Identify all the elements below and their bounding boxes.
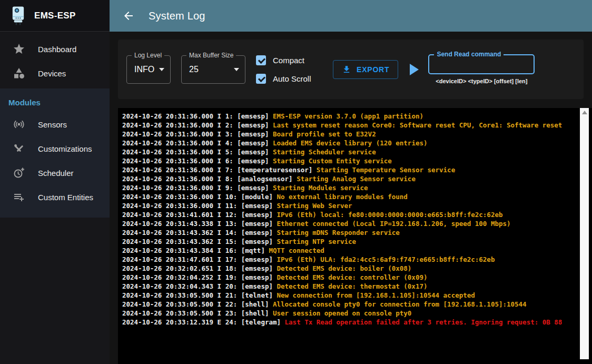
log-line: 2024-10-26 20:31:36.000 I 3: [emsesp] Bo… [122,130,592,139]
max-buffer-label: Max Buffer Size [186,52,236,59]
log-line: 2024-10-26 20:32:04.343 I 20: [emsesp] D… [122,282,592,291]
log-panel: 2024-10-26 20:31:36.000 I 1: [emsesp] EM… [118,108,592,364]
log-scrollbar[interactable] [580,108,589,359]
log-lines: 2024-10-26 20:31:36.000 I 1: [emsesp] EM… [118,108,592,327]
max-buffer-value: 25 [189,65,199,74]
log-line: 2024-10-26 20:32:04.252 I 19: [emsesp] D… [122,273,592,282]
log-line: 2024-10-26 20:33:05.500 I 21: [telnet] N… [122,291,592,300]
sidebar-item-label: Sensors [38,120,67,129]
checkbox-group: Compact Auto Scroll [256,55,325,84]
log-level-select[interactable]: Log Level INFO [126,55,171,84]
sidebar-modules-section: Modules Sensors [0,88,110,218]
page: EMS-ESP Dashboard Devices [0,0,592,364]
scroll-up-arrow-icon[interactable] [582,111,587,114]
controls-card: Log Level INFO Max Buffer Size 25 Compac… [118,40,584,99]
sidebar-item-dashboard[interactable]: Dashboard [0,37,110,61]
compact-checkbox[interactable] [256,55,266,65]
back-button[interactable] [122,9,135,22]
sidebar-item-label: Customizations [38,144,92,153]
sidebar-item-label: Scheduler [38,169,74,178]
playlist-add-icon [13,191,25,203]
sidebar-nav: Dashboard Devices Modules [0,32,110,218]
log-line: 2024-10-26 20:31:47.601 I 17: [emsesp] I… [122,255,592,264]
sidebar-item-custom-entities[interactable]: Custom Entities [0,185,110,209]
sidebar-item-customizations[interactable]: Customizations [0,136,110,161]
category-icon [13,67,25,80]
appbar: System Log [110,0,592,32]
sidebar-item-scheduler[interactable]: Scheduler [0,161,110,185]
log-line: 2024-10-26 20:31:36.000 I 4: [emsesp] Lo… [122,139,592,147]
page-title: System Log [149,10,205,22]
log-line: 2024-10-26 20:31:43.384 I 16: [mqtt] MQT… [122,246,592,255]
download-icon [342,65,351,74]
modules-section-header: Modules [0,94,110,112]
app-logo-area: EMS-ESP [0,0,110,32]
log-line: 2024-10-26 20:33:05.500 I 22: [shell] Al… [122,300,592,309]
log-level-label: Log Level [132,52,164,59]
send-read-label: Send Read command [434,51,504,58]
log-line: 2024-10-26 20:31:36.000 I 1: [emsesp] EM… [122,112,592,121]
boiler-logo-icon [9,5,27,26]
auto-scroll-checkbox[interactable] [256,74,266,84]
send-read-group: Send Read command <deviceID> <typeID> [o… [428,54,535,84]
app-title: EMS-ESP [34,11,76,21]
tools-icon [13,142,25,155]
log-line: 2024-10-26 20:31:36.000 I 9: [emsesp] St… [122,183,592,192]
log-line: 2024-10-26 20:33:05.500 I 23: [shell] Us… [122,309,592,318]
send-play-icon[interactable] [410,64,419,75]
compact-label: Compact [273,56,304,65]
log-line: 2024-10-26 20:31:36.000 I 5: [emsesp] St… [122,147,592,156]
log-line: 2024-10-26 20:31:43.362 I 14: [emsesp] S… [122,228,592,237]
log-line: 2024-10-26 20:31:43.362 I 15: [emsesp] S… [122,237,592,246]
log-line: 2024-10-26 20:31:36.000 I 11: [emsesp] S… [122,201,592,210]
send-read-input[interactable] [429,55,534,73]
chevron-down-icon [234,68,239,71]
log-line: 2024-10-26 20:33:12.319 E 24: [telegram]… [122,318,592,327]
sidebar-item-label: Dashboard [38,45,76,54]
log-line: 2024-10-26 20:31:41.601 I 12: [emsesp] I… [122,210,592,219]
compact-checkbox-row[interactable]: Compact [256,55,325,65]
star-icon [13,43,25,55]
sensors-icon [13,118,25,131]
log-line: 2024-10-26 20:31:43.338 I 13: [emsesp] E… [122,219,592,228]
log-line: 2024-10-26 20:32:02.651 I 18: [emsesp] D… [122,264,592,273]
send-read-field[interactable]: Send Read command [428,54,535,74]
main-content: Log Level INFO Max Buffer Size 25 Compac… [110,32,592,364]
log-line: 2024-10-26 20:31:36.000 I 2: [emsesp] La… [122,121,592,130]
max-buffer-select[interactable]: Max Buffer Size 25 [181,55,245,84]
log-level-value: INFO [134,65,154,74]
log-line: 2024-10-26 20:31:36.000 I 6: [emsesp] St… [122,156,592,165]
chevron-down-icon [159,68,164,71]
send-read-helper: <deviceID> <typeID> [offset] [len] [428,78,535,84]
export-label: EXPORT [357,65,389,74]
sidebar-item-label: Custom Entities [38,193,93,202]
sidebar-item-devices[interactable]: Devices [0,61,110,85]
sidebar: EMS-ESP Dashboard Devices [0,0,110,364]
log-line: 2024-10-26 20:31:36.000 I 8: [analogsens… [122,174,592,183]
log-line: 2024-10-26 20:31:36.000 I 10: [module] N… [122,192,592,201]
auto-scroll-label: Auto Scroll [273,74,311,83]
auto-scroll-checkbox-row[interactable]: Auto Scroll [256,74,325,84]
log-line: 2024-10-26 20:31:36.000 I 7: [temperatur… [122,165,592,174]
sidebar-item-label: Devices [38,69,66,78]
clock-plus-icon [13,166,25,179]
export-button[interactable]: EXPORT [333,60,398,79]
sidebar-item-sensors[interactable]: Sensors [0,112,110,136]
